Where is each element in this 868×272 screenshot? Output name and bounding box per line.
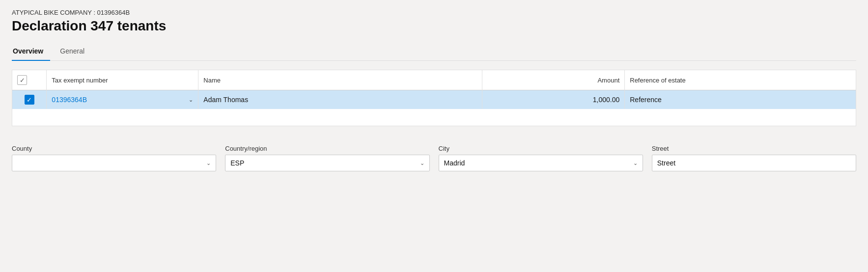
field-country-region: Country/region ESP ⌄ (225, 145, 429, 171)
country-region-value: ESP (230, 159, 244, 167)
col-header-name: Name (198, 70, 482, 90)
tab-bar: Overview General (12, 43, 856, 61)
table-container: ✓ Tax exempt number Name Amount Referenc… (12, 70, 856, 126)
table-empty-row (12, 109, 856, 126)
company-name: ATYPICAL BIKE COMPANY : 01396364B (12, 9, 856, 16)
city-chevron[interactable]: ⌄ (633, 160, 638, 166)
col-header-amount: Amount (482, 70, 625, 90)
table-header-row: ✓ Tax exempt number Name Amount Referenc… (12, 70, 856, 90)
row-checkbox-checked[interactable]: ✓ (25, 95, 34, 105)
empty-cell (12, 109, 856, 126)
street-label: Street (652, 145, 856, 152)
tax-dropdown-chevron[interactable]: ⌄ (189, 97, 193, 103)
bottom-fields-area: County ⌄ Country/region ESP ⌄ City Madri… (0, 135, 868, 171)
city-value: Madrid (444, 159, 465, 167)
col-header-tax: Tax exempt number (47, 70, 198, 90)
country-region-input[interactable]: ESP ⌄ (225, 155, 429, 171)
tab-general[interactable]: General (59, 43, 91, 61)
table-row[interactable]: ✓ 01396364B ⌄ Adam Thomas 1,000.00 Refer… (12, 90, 856, 109)
country-region-chevron[interactable]: ⌄ (420, 160, 424, 166)
page-container: ATYPICAL BIKE COMPANY : 01396364B Declar… (0, 0, 868, 126)
row-amount: 1,000.00 (482, 90, 625, 109)
city-input[interactable]: Madrid ⌄ (439, 155, 643, 171)
street-input[interactable]: Street (652, 155, 856, 171)
tax-number-value: 01396364B (52, 96, 87, 104)
city-label: City (439, 145, 643, 152)
field-county: County ⌄ (12, 145, 216, 171)
col-header-check[interactable]: ✓ (12, 70, 47, 90)
data-table: ✓ Tax exempt number Name Amount Referenc… (12, 70, 856, 126)
page-title: Declaration 347 tenants (12, 18, 856, 34)
county-input[interactable]: ⌄ (12, 155, 216, 171)
county-label: County (12, 145, 216, 152)
col-header-ref: Reference of estate (625, 70, 856, 90)
row-check-cell[interactable]: ✓ (12, 90, 47, 109)
street-value: Street (657, 159, 675, 167)
tab-overview[interactable]: Overview (12, 43, 50, 61)
row-tax-number[interactable]: 01396364B ⌄ (47, 90, 198, 109)
row-reference: Reference (625, 90, 856, 109)
field-city: City Madrid ⌄ (439, 145, 643, 171)
header-checkbox[interactable]: ✓ (17, 75, 27, 85)
country-region-label: Country/region (225, 145, 429, 152)
county-chevron[interactable]: ⌄ (206, 160, 211, 166)
field-street: Street Street (652, 145, 856, 171)
row-name: Adam Thomas (198, 90, 482, 109)
